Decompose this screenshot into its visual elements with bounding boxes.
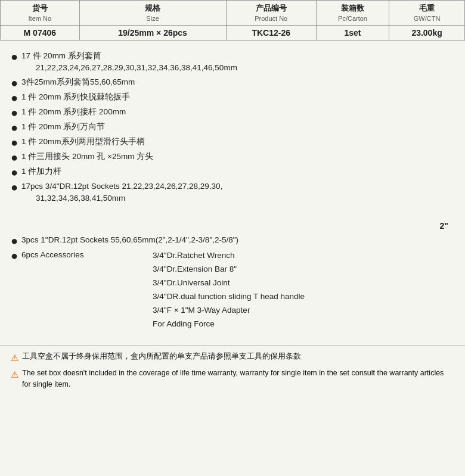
accessory-item: 3/4"Dr.Universal Joint bbox=[153, 278, 230, 287]
col-main-label: 货号 bbox=[32, 4, 48, 13]
col-main-label: 产品编号 bbox=[256, 4, 287, 13]
col-sub-label: GW/CTN bbox=[414, 15, 441, 22]
warning-icon: ⚠ bbox=[11, 368, 18, 382]
chinese-item: ●1 件 20mm 系列快脱棘轮扳手 bbox=[11, 91, 454, 104]
bullet-icon: ● bbox=[11, 106, 18, 119]
item-text: 17pcs 3/4"DR.12pt Sockets 21,22,23,24,26… bbox=[21, 181, 454, 205]
item-text: 1 件 20mm 系列快脱棘轮扳手 bbox=[21, 91, 454, 103]
chinese-item: ●1 件 20mm系列两用型滑行头手柄 bbox=[11, 136, 454, 149]
header-col-value: TKC12-26 bbox=[226, 26, 316, 41]
accessories-label: 6pcs Accessories bbox=[21, 249, 153, 261]
item-text: 17 件 20mm 系列套筒21,22,23,24,26,27,28,29,30… bbox=[21, 50, 454, 74]
chinese-item: ●3件25mm系列套筒55,60,65mm bbox=[11, 76, 454, 89]
header-col-value: 1set bbox=[316, 26, 389, 41]
accessory-item: 3/4"Dr.Ratchet Wrench bbox=[153, 251, 234, 260]
item-text: 1 件加力杆 bbox=[21, 166, 454, 178]
header-col-value: M 07406 bbox=[1, 26, 80, 41]
chinese-item: ●17 件 20mm 系列套筒21,22,23,24,26,27,28,29,3… bbox=[11, 50, 454, 74]
warning-section: ⚠工具空盒不属于终身保用范围，盒内所配置的单支产品请参照单支工具的保用条款⚠Th… bbox=[0, 346, 465, 399]
header-col-label: 装箱数Pc/Carton bbox=[316, 1, 389, 26]
item-sub-text: 21,22,23,24,26,27,28,29,30,31,32,34,36,3… bbox=[21, 63, 237, 72]
warning-icon: ⚠ bbox=[11, 351, 18, 365]
accessories-items: 3/4"Dr.Ratchet Wrench3/4"Dr.Extension Ba… bbox=[153, 249, 305, 331]
chinese-items-list: ●17 件 20mm 系列套筒21,22,23,24,26,27,28,29,3… bbox=[11, 50, 454, 204]
col-main-label: 毛重 bbox=[419, 4, 435, 13]
page: 货号Item No规格Size产品编号Product No装箱数Pc/Carto… bbox=[0, 0, 465, 476]
english-items-list: ●3pcs 1"DR.12pt Sockets 55,60,65mm(2",2-… bbox=[11, 234, 454, 331]
warning-row: ⚠工具空盒不属于终身保用范围，盒内所配置的单支产品请参照单支工具的保用条款 bbox=[11, 351, 454, 365]
item-text: 1 件三用接头 20mm 孔 ×25mm 方头 bbox=[21, 151, 454, 163]
english-item: ●6pcs Accessories3/4"Dr.Ratchet Wrench3/… bbox=[11, 249, 454, 331]
item-text: 1 件 20mm 系列万向节 bbox=[21, 121, 454, 133]
item-text: 1 件 20mm 系列接杆 200mm bbox=[21, 106, 454, 118]
warning-text: The set box doesn't included in the cove… bbox=[22, 368, 454, 390]
warning-row: ⚠The set box doesn't included in the cov… bbox=[11, 368, 454, 390]
chinese-item: ●1 件 20mm 系列接杆 200mm bbox=[11, 106, 454, 119]
header-col-label: 规格Size bbox=[79, 1, 226, 26]
chinese-item: ●1 件 20mm 系列万向节 bbox=[11, 121, 454, 134]
item-text: 1 件 20mm系列两用型滑行头手柄 bbox=[21, 136, 454, 148]
header-col-label: 货号Item No bbox=[1, 1, 80, 26]
chinese-item: ●1 件三用接头 20mm 孔 ×25mm 方头 bbox=[11, 151, 454, 164]
bullet-icon: ● bbox=[11, 50, 18, 63]
bullet-icon: ● bbox=[11, 121, 18, 134]
col-main-label: 规格 bbox=[145, 4, 160, 13]
header-col-label: 毛重GW/CTN bbox=[389, 1, 465, 26]
bullet-icon: ● bbox=[11, 136, 18, 149]
col-main-label: 装箱数 bbox=[341, 4, 364, 13]
bullet-icon: ● bbox=[11, 234, 18, 247]
bullet-icon: ● bbox=[11, 91, 18, 104]
warning-text: 工具空盒不属于终身保用范围，盒内所配置的单支产品请参照单支工具的保用条款 bbox=[22, 351, 301, 362]
header-table: 货号Item No规格Size产品编号Product No装箱数Pc/Carto… bbox=[0, 0, 465, 41]
col-sub-label: Size bbox=[146, 15, 159, 22]
bullet-icon: ● bbox=[11, 76, 18, 89]
main-content: ●17 件 20mm 系列套筒21,22,23,24,26,27,28,29,3… bbox=[0, 41, 465, 346]
item-text: 3pcs 1"DR.12pt Sockets 55,60,65mm(2",2-1… bbox=[21, 234, 454, 246]
chinese-item: ●17pcs 3/4"DR.12pt Sockets 21,22,23,24,2… bbox=[11, 181, 454, 205]
bullet-icon: ● bbox=[11, 166, 18, 179]
bullet-icon: ● bbox=[11, 249, 18, 262]
header-col-label: 产品编号Product No bbox=[226, 1, 316, 26]
accessory-item: 3/4"Dr.Extension Bar 8" bbox=[153, 265, 237, 273]
english-item: ●3pcs 1"DR.12pt Sockets 55,60,65mm(2",2-… bbox=[11, 234, 454, 247]
accessory-item: 3/4"DR.dual function sliding T head hand… bbox=[153, 292, 305, 301]
accessory-item: For Adding Force bbox=[153, 319, 215, 328]
col-sub-label: Product No bbox=[255, 15, 287, 22]
bullet-icon: ● bbox=[11, 181, 18, 194]
header-col-value: 19/25mm × 26pcs bbox=[79, 26, 226, 41]
item-text: 3件25mm系列套筒55,60,65mm bbox=[21, 76, 454, 88]
accessory-item: 3/4"F × 1"M 3-Way Adapter bbox=[153, 306, 250, 315]
section-2inch-label: 2" bbox=[11, 221, 454, 231]
chinese-item: ●1 件加力杆 bbox=[11, 166, 454, 179]
col-sub-label: Pc/Carton bbox=[338, 15, 367, 22]
header-col-value: 23.00kg bbox=[389, 26, 465, 41]
item-text: 6pcs Accessories3/4"Dr.Ratchet Wrench3/4… bbox=[21, 249, 454, 331]
bullet-icon: ● bbox=[11, 151, 18, 164]
col-sub-label: Item No bbox=[29, 15, 52, 22]
item-sub-text: 31,32,34,36,38,41,50mm bbox=[21, 194, 125, 203]
